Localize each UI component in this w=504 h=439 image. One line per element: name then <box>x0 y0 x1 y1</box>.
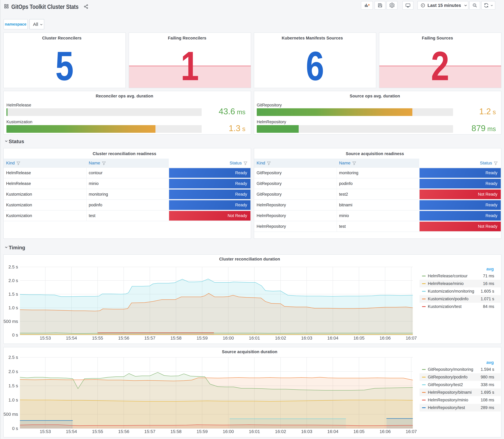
svg-text:16:00: 16:00 <box>223 336 234 341</box>
svg-text:16:03: 16:03 <box>301 429 312 434</box>
svg-text:16:03: 16:03 <box>301 336 312 341</box>
svg-text:16:07: 16:07 <box>406 336 417 341</box>
svg-text:0 s: 0 s <box>12 426 18 431</box>
svg-text:16:06: 16:06 <box>380 429 391 434</box>
svg-text:15:56: 15:56 <box>118 429 129 434</box>
svg-text:2.5 s: 2.5 s <box>8 265 18 269</box>
svg-text:15:54: 15:54 <box>66 429 77 434</box>
svg-text:16:05: 16:05 <box>354 429 365 434</box>
svg-text:15:58: 15:58 <box>171 336 182 341</box>
svg-text:15:53: 15:53 <box>40 429 51 434</box>
svg-text:15:56: 15:56 <box>118 336 129 341</box>
svg-text:15:55: 15:55 <box>92 429 103 434</box>
svg-text:15:54: 15:54 <box>66 336 77 341</box>
svg-text:15:57: 15:57 <box>144 429 155 434</box>
svg-text:16:01: 16:01 <box>249 336 260 341</box>
svg-text:15:55: 15:55 <box>92 336 103 341</box>
svg-text:500 ms: 500 ms <box>4 319 18 324</box>
svg-text:16:01: 16:01 <box>249 429 260 434</box>
svg-text:15:58: 15:58 <box>171 429 182 434</box>
svg-text:15:59: 15:59 <box>197 429 208 434</box>
svg-text:15:57: 15:57 <box>144 336 155 341</box>
svg-text:15:53: 15:53 <box>40 336 51 341</box>
svg-text:2.0 s: 2.0 s <box>8 369 18 374</box>
svg-text:16:06: 16:06 <box>380 336 391 341</box>
svg-text:0 s: 0 s <box>12 332 18 337</box>
svg-text:1.5 s: 1.5 s <box>8 383 18 388</box>
svg-text:500 ms: 500 ms <box>4 412 18 417</box>
svg-text:1.5 s: 1.5 s <box>8 292 18 297</box>
svg-text:1.0 s: 1.0 s <box>8 398 18 402</box>
svg-text:2.5 s: 2.5 s <box>8 355 18 360</box>
svg-text:16:07: 16:07 <box>406 429 417 434</box>
svg-text:15:59: 15:59 <box>197 336 208 341</box>
svg-text:2.0 s: 2.0 s <box>8 278 18 283</box>
svg-text:1.0 s: 1.0 s <box>8 305 18 310</box>
svg-text:16:02: 16:02 <box>275 429 286 434</box>
svg-text:16:04: 16:04 <box>327 429 338 434</box>
svg-text:16:04: 16:04 <box>327 336 338 341</box>
svg-text:16:05: 16:05 <box>354 336 365 341</box>
svg-text:16:02: 16:02 <box>275 336 286 341</box>
svg-text:16:00: 16:00 <box>223 429 234 434</box>
